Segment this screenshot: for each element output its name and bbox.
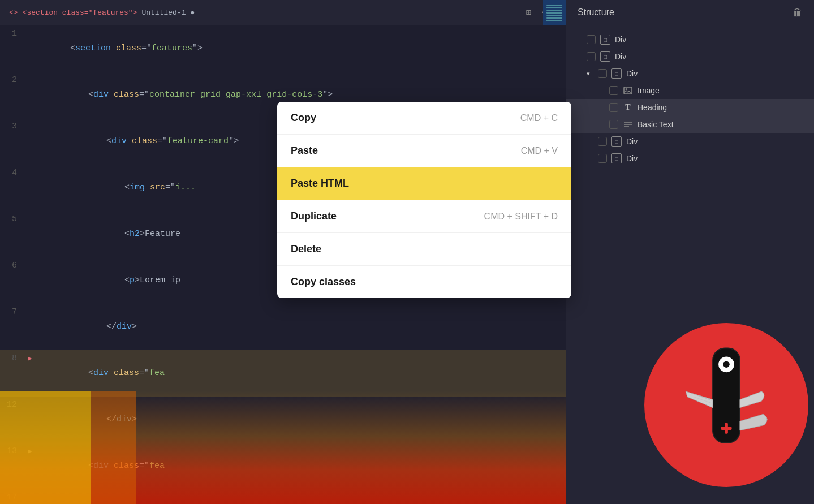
title-tag: <> bbox=[9, 8, 18, 17]
tree-label: Div bbox=[626, 154, 638, 163]
code-line-7: 7 </div> bbox=[0, 304, 566, 350]
tree-checkbox[interactable] bbox=[609, 103, 618, 112]
tree-item-image[interactable]: Image bbox=[566, 82, 814, 99]
thumbnail bbox=[543, 0, 566, 25]
menu-item-duplicate-shortcut: CMD + SHIFT + D bbox=[484, 212, 558, 222]
thumbnail-line bbox=[546, 5, 562, 6]
menu-item-copy-classes-label: Copy classes bbox=[291, 276, 356, 288]
thumbnail-line bbox=[546, 15, 562, 16]
tree-checkbox[interactable] bbox=[598, 137, 607, 146]
menu-item-paste[interactable]: Paste CMD + V bbox=[277, 135, 571, 167]
menu-item-copy-classes[interactable]: Copy classes bbox=[277, 266, 571, 298]
tree-item-div-3[interactable]: ▾ □ Div bbox=[566, 65, 814, 82]
div-icon: □ bbox=[600, 35, 610, 45]
right-panel-header: Structure 🗑 bbox=[566, 0, 814, 25]
code-line-8: 8 ▶ <div class="fea bbox=[0, 350, 566, 397]
menu-item-copy-label: Copy bbox=[291, 112, 316, 124]
tree-item-heading[interactable]: T Heading bbox=[566, 99, 814, 116]
div-icon: □ bbox=[600, 51, 610, 62]
menu-item-delete-label: Delete bbox=[291, 243, 321, 255]
tree-item-div-4[interactable]: □ Div bbox=[566, 133, 814, 150]
code-line-12: 12 </div> bbox=[0, 397, 566, 443]
svg-rect-9 bbox=[725, 423, 728, 434]
tree-chevron-expanded: ▾ bbox=[587, 70, 593, 77]
tree-label: Div bbox=[615, 35, 626, 44]
menu-item-paste-label: Paste bbox=[291, 145, 318, 157]
structure-tree: □ Div □ Div ▾ □ Div bbox=[566, 25, 814, 173]
code-line-13: 13 ▶ <div class="fea bbox=[0, 443, 566, 489]
svg-point-1 bbox=[626, 88, 627, 90]
tree-label: Div bbox=[615, 52, 626, 61]
div-icon: □ bbox=[611, 68, 622, 79]
thumbnail-preview bbox=[546, 5, 562, 21]
tree-checkbox[interactable] bbox=[609, 86, 618, 95]
tree-item-basic-text[interactable]: Basic Text bbox=[566, 116, 814, 133]
title-dot: ● bbox=[190, 8, 195, 17]
code-line-17: 17 </div> bbox=[0, 489, 566, 504]
layout-icon[interactable]: ⊞ bbox=[526, 7, 532, 18]
structure-title: Structure bbox=[578, 7, 614, 18]
title-bar: <> <section class="features"> Untitled-1… bbox=[0, 0, 566, 25]
tree-checkbox[interactable] bbox=[609, 120, 618, 129]
thumbnail-line bbox=[546, 12, 562, 14]
tree-item-div-2[interactable]: □ Div bbox=[566, 48, 814, 65]
menu-item-copy-shortcut: CMD + C bbox=[520, 113, 558, 123]
app-logo-circle bbox=[644, 323, 808, 487]
heading-icon: T bbox=[623, 102, 633, 113]
div-icon: □ bbox=[611, 136, 622, 147]
tree-label: Heading bbox=[638, 103, 667, 112]
svg-rect-0 bbox=[624, 87, 632, 94]
tree-checkbox[interactable] bbox=[587, 52, 596, 61]
thumbnail-line bbox=[546, 10, 562, 11]
tree-label: Div bbox=[626, 137, 638, 146]
menu-item-delete[interactable]: Delete bbox=[277, 233, 571, 266]
image-icon bbox=[623, 85, 633, 96]
tree-checkbox[interactable] bbox=[587, 35, 596, 44]
title-class: <section class="features"> bbox=[23, 8, 137, 17]
tree-label: Basic Text bbox=[638, 120, 674, 129]
menu-item-duplicate[interactable]: Duplicate CMD + SHIFT + D bbox=[277, 200, 571, 233]
div-icon: □ bbox=[611, 153, 622, 163]
code-line-1: 1 <section class="features"> bbox=[0, 25, 566, 72]
tree-item-div-1[interactable]: □ Div bbox=[566, 31, 814, 48]
trash-icon[interactable]: 🗑 bbox=[793, 7, 803, 19]
svg-point-7 bbox=[723, 361, 729, 368]
menu-item-duplicate-label: Duplicate bbox=[291, 210, 337, 222]
knife-svg bbox=[681, 343, 772, 467]
text-lines-icon bbox=[623, 119, 633, 130]
menu-item-paste-shortcut: CMD + V bbox=[521, 146, 558, 156]
menu-item-paste-html-label: Paste HTML bbox=[291, 178, 349, 189]
tree-label: Image bbox=[638, 86, 660, 95]
thumbnail-line bbox=[546, 17, 562, 19]
tree-checkbox[interactable] bbox=[598, 154, 607, 163]
title-filename: Untitled-1 bbox=[141, 8, 186, 17]
menu-item-copy[interactable]: Copy CMD + C bbox=[277, 102, 571, 135]
context-menu: Copy CMD + C Paste CMD + V Paste HTML Du… bbox=[277, 102, 571, 298]
tree-checkbox[interactable] bbox=[598, 69, 607, 78]
menu-item-paste-html[interactable]: Paste HTML bbox=[277, 167, 571, 200]
thumbnail-line bbox=[546, 7, 562, 8]
tree-label: Div bbox=[626, 69, 638, 78]
tree-item-div-5[interactable]: □ Div bbox=[566, 150, 814, 167]
thumbnail-line bbox=[546, 20, 562, 21]
